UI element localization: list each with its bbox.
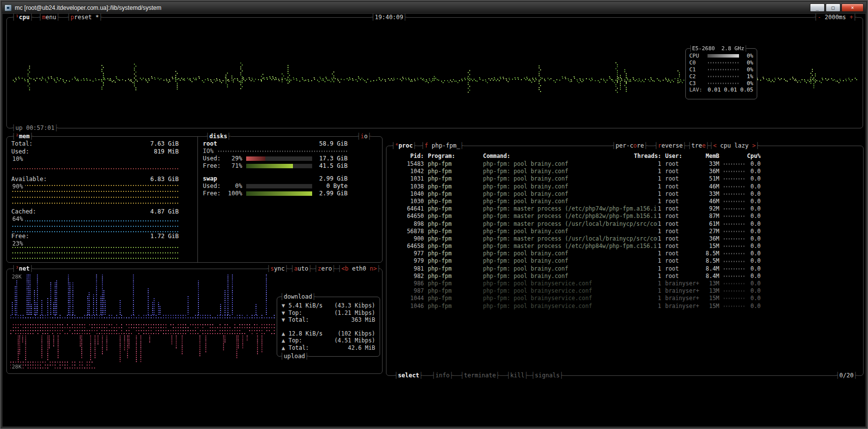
- disk-free-meter: [246, 191, 312, 196]
- process-row[interactable]: 1031php-fpmphp-fpm: pool brainy.conf1roo…: [390, 175, 859, 183]
- cpu-panel-row: CPU0%: [689, 53, 753, 60]
- process-cpu: 0.0: [745, 287, 761, 295]
- process-row[interactable]: 987php-fpmphp-fpm: pool brainyservice.co…: [390, 287, 859, 295]
- process-pid: 982: [390, 273, 424, 280]
- menu-button[interactable]: menu: [38, 14, 60, 21]
- disks-sections: root58.9 GiBIO%Used:29%17.3 GiBFree:71%4…: [197, 137, 382, 262]
- disks-box-title[interactable]: disks: [206, 133, 231, 140]
- zero-toggle[interactable]: zero: [314, 265, 335, 273]
- col-header-threads: Threads:: [630, 153, 661, 160]
- mem-box-title[interactable]: ²mem: [12, 133, 33, 140]
- proc-filter[interactable]: f php-fpm_: [421, 142, 464, 150]
- process-row[interactable]: 1046php-fpmphp-fpm: pool brainyservice.c…: [390, 303, 859, 310]
- process-row[interactable]: 64641php-fpmphp-fpm: master process (/et…: [390, 205, 859, 213]
- process-program: php-fpm: [428, 235, 479, 243]
- disks-io-toggle[interactable]: io: [357, 133, 371, 140]
- process-row[interactable]: 979php-fpmphp-fpm: pool brainy.conf1root…: [390, 257, 859, 265]
- process-row[interactable]: 64658php-fpmphp-fpm: master process (/et…: [390, 243, 859, 250]
- process-mem-graph: [723, 200, 745, 203]
- process-mem-graph: [723, 252, 745, 255]
- disk-used-row: Used:29%17.3 GiB: [203, 155, 348, 162]
- process-row[interactable]: 986php-fpmphp-fpm: pool brainyservice.co…: [390, 280, 859, 287]
- process-user: root: [665, 168, 703, 175]
- proc-box-title[interactable]: ⁴proc: [391, 142, 417, 150]
- tree-toggle[interactable]: tree: [688, 142, 709, 150]
- process-user: root: [665, 175, 703, 183]
- process-user: brainyser+: [665, 303, 703, 310]
- update-interval-control[interactable]: - 2000ms +: [814, 14, 857, 21]
- process-pid: 64658: [390, 243, 424, 250]
- process-threads: 1: [657, 287, 661, 295]
- process-pid: 1030: [390, 198, 424, 205]
- process-row[interactable]: 982php-fpmphp-fpm: pool brainy.conf1root…: [390, 273, 859, 280]
- net-download-row: ▼Total:363 MiB: [282, 316, 375, 324]
- process-threads: 1: [657, 198, 661, 205]
- process-program: php-fpm: [428, 190, 479, 198]
- process-row[interactable]: 981php-fpmphp-fpm: pool brainy.conf1root…: [390, 265, 859, 273]
- window-controls: _ □ ×: [810, 3, 864, 12]
- process-row[interactable]: 1040php-fpmphp-fpm: pool brainy.conf1roo…: [390, 190, 859, 198]
- window-title: mc [root@ub24.itdeveloper.com.ua]:/lib/s…: [15, 4, 807, 11]
- process-cpu: 0.0: [745, 198, 761, 205]
- minimize-button[interactable]: _: [810, 3, 825, 12]
- process-pid: 900: [390, 235, 424, 243]
- net-download-label: Total:: [289, 316, 309, 324]
- mem-available-value: 6.83 GiB: [150, 176, 179, 184]
- process-row[interactable]: 15483php-fpmphp-fpm: pool brainy.conf1ro…: [390, 160, 859, 168]
- cpu-panel-value: 0%: [741, 80, 753, 87]
- uptime: up 00:57:01: [12, 124, 58, 132]
- mem-total-label: Total:: [11, 140, 32, 148]
- process-row[interactable]: 977php-fpmphp-fpm: pool brainy.conf1root…: [390, 250, 859, 257]
- process-row[interactable]: 898php-fpmphp-fpm: master process (/usr/…: [390, 220, 859, 228]
- mem-box: Total:7.63 GiBUsed:819 MiB10%Available:6…: [6, 136, 383, 263]
- net-box-title[interactable]: ³net: [12, 265, 33, 273]
- preset-button[interactable]: preset *: [67, 14, 102, 21]
- cpu-box-title[interactable]: ¹cpu: [12, 14, 33, 21]
- process-row[interactable]: 1030php-fpmphp-fpm: pool brainy.conf1roo…: [390, 198, 859, 205]
- lav-value: 0.01 0.01 0.05: [705, 87, 753, 93]
- process-row[interactable]: 1042php-fpmphp-fpm: pool brainy.conf1roo…: [390, 168, 859, 175]
- interface-selector[interactable]: <b eth0 n>: [338, 265, 381, 273]
- mem-available-graph: 90%: [11, 183, 179, 208]
- process-pid: 64650: [390, 213, 424, 220]
- process-command: php-fpm: master process (/etc/php74w/php…: [483, 205, 657, 213]
- process-mem: 61M: [703, 220, 719, 228]
- process-row[interactable]: 1038php-fpmphp-fpm: pool brainy.conf1roo…: [390, 183, 859, 190]
- process-mem: 15M: [703, 303, 719, 310]
- terminate-button[interactable]: terminate: [460, 372, 500, 379]
- process-user: brainyser+: [665, 287, 703, 295]
- cpu-cstate-graph: [707, 61, 739, 64]
- disk-meter-label: Free:: [203, 190, 225, 197]
- close-button[interactable]: ×: [841, 3, 864, 12]
- process-row[interactable]: 64650php-fpmphp-fpm: master process (/et…: [390, 213, 859, 220]
- net-upload-row: ▲12.8 KiB/s(102 Kibps): [282, 330, 375, 337]
- auto-toggle[interactable]: auto: [290, 265, 312, 273]
- process-threads: 1: [657, 250, 661, 257]
- process-row[interactable]: 56878php-fpmphp-fpm: pool brainy.conf1ro…: [390, 228, 859, 235]
- disk-used-meter: [246, 184, 312, 188]
- process-row[interactable]: 1044php-fpmphp-fpm: pool brainyservice.c…: [390, 295, 859, 302]
- cpu-panel-value: 1%: [741, 73, 753, 80]
- process-command: php-fpm: pool brainy.conf: [483, 273, 657, 280]
- reverse-toggle[interactable]: reverse: [654, 142, 686, 150]
- disk-section-header: root58.9 GiB: [203, 140, 348, 148]
- process-pid: 987: [390, 287, 424, 295]
- info-button[interactable]: info: [432, 372, 453, 379]
- maximize-button[interactable]: □: [826, 3, 840, 12]
- sync-toggle[interactable]: sync: [267, 265, 288, 273]
- cpu-panel-label: C2: [689, 73, 705, 80]
- sort-selector[interactable]: < cpu lazy >: [709, 142, 759, 150]
- mem-used-row: Used:819 MiB: [11, 148, 179, 156]
- cpu-panel-label: C3: [689, 80, 705, 87]
- process-user: root: [665, 220, 703, 228]
- kill-button[interactable]: kill: [507, 372, 528, 379]
- process-program: php-fpm: [428, 265, 479, 273]
- select-button[interactable]: select: [394, 372, 423, 379]
- col-header-cpu: Cpu%: [745, 153, 761, 160]
- disk-free-row: Free:71%41.5 GiB: [203, 162, 348, 170]
- process-row[interactable]: 900php-fpmphp-fpm: master process (/usr/…: [390, 235, 859, 243]
- window-titlebar[interactable]: mc [root@ub24.itdeveloper.com.ua]:/lib/s…: [2, 2, 866, 13]
- per-core-toggle[interactable]: per-core: [612, 142, 647, 150]
- signals-button[interactable]: signals: [531, 372, 563, 379]
- process-threads: 1: [657, 280, 661, 287]
